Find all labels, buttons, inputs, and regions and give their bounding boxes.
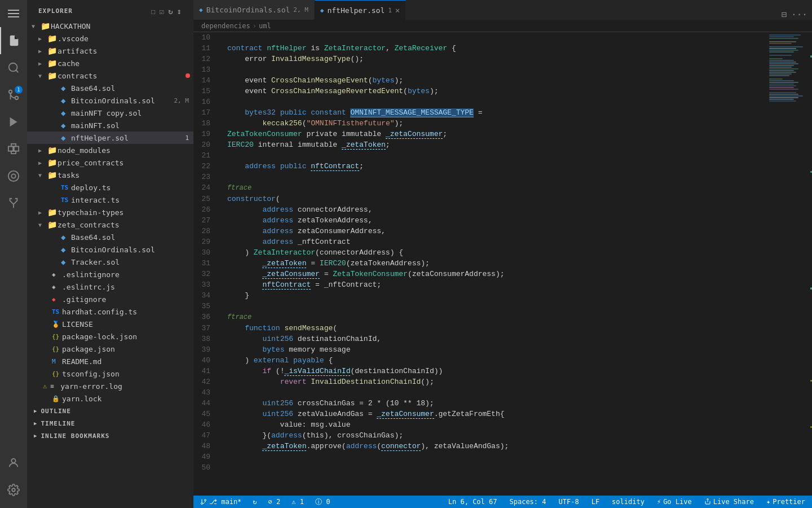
code-content[interactable]: address _nftContract	[222, 237, 767, 247]
code-content[interactable]: ftrace	[222, 312, 767, 323]
go-live-button[interactable]: ⚡ Go Live	[655, 496, 694, 508]
cache-folder[interactable]: ▶ 📁 cache	[27, 57, 193, 69]
remote-explorer-icon[interactable]	[0, 163, 27, 190]
cursor-position[interactable]: Ln 6, Col 67	[446, 496, 500, 508]
typechain-types-folder[interactable]: ▶ 📁 typechain-types	[27, 206, 193, 218]
code-content[interactable]: error InvalidMessageType();	[222, 54, 767, 64]
code-content[interactable]: event CrossChainMessageEvent(bytes);	[222, 75, 767, 86]
settings-icon[interactable]	[0, 476, 27, 503]
code-content[interactable]: ) ZetaInteractor(connectorAddress) {	[222, 247, 767, 258]
editor-content[interactable]: 10 11contract nftHelper is ZetaInteracto…	[193, 32, 812, 496]
code-content[interactable]: }	[222, 290, 767, 301]
tab-bitcoinordinals[interactable]: ◆ BitcoinOrdinals.sol 2, M	[193, 0, 315, 20]
source-control-icon[interactable]: 1	[0, 81, 27, 108]
file-yarn-lock[interactable]: 🔒 yarn.lock	[27, 392, 193, 405]
prettier-button[interactable]: ✦ Prettier	[764, 496, 807, 508]
info-status[interactable]: ⓘ 0	[313, 496, 332, 508]
code-content[interactable]: }(address(this), crossChainGas);	[222, 430, 767, 441]
file-mainnft-copy-sol[interactable]: ◆ mainNFT copy.sol	[27, 107, 193, 119]
code-content[interactable]: event CrossChainMessageRevertedEvent(byt…	[222, 86, 767, 97]
file-package-lock-json[interactable]: {} package-lock.json	[27, 330, 193, 343]
timeline-section-header[interactable]: ▶ TIMELINE	[27, 417, 193, 430]
code-content[interactable]	[222, 172, 767, 182]
code-content[interactable]: _zetaConsumer = ZetaTokenConsumer(zetaCo…	[222, 269, 767, 279]
tab-nfthelper[interactable]: ◆ nftHelper.sol 1 ✕	[315, 0, 406, 20]
file-base64-sol[interactable]: ◆ Base64.sol	[27, 82, 193, 94]
code-content[interactable]: uint256 zetaValueAndGas = _zetaConsumer.…	[222, 409, 767, 419]
code-content[interactable]: bytes memory message	[222, 344, 767, 355]
tasks-folder[interactable]: ▼ 📁 tasks	[27, 169, 193, 181]
contracts-folder[interactable]: ▼ 📁 contracts	[27, 69, 193, 82]
file-eslintignore[interactable]: ◈ .eslintignore	[27, 268, 193, 281]
code-content[interactable]: bytes32 public constant OMNINFT_MESSAGE_…	[222, 107, 767, 118]
file-tsconfig-json[interactable]: {} tsconfig.json	[27, 367, 193, 380]
search-icon[interactable]	[0, 54, 27, 81]
file-interact-ts[interactable]: TS interact.ts	[27, 194, 193, 206]
file-deploy-ts[interactable]: TS deploy.ts	[27, 181, 193, 194]
artifacts-folder[interactable]: ▶ 📁 artifacts	[27, 45, 193, 57]
collapse-icon[interactable]: ↕	[177, 7, 182, 16]
code-content[interactable]: IERC20 internal immutable _zetaToken;	[222, 139, 767, 150]
language-indicator[interactable]: solidity	[610, 496, 647, 508]
error-status[interactable]: ⊘ 2	[266, 496, 283, 508]
code-content[interactable]: constructor(	[222, 194, 767, 204]
bookmarks-section-header[interactable]: ▶ INLINE BOOKMARKS	[27, 430, 193, 442]
spaces-indicator[interactable]: Spaces: 4	[508, 496, 549, 508]
code-content[interactable]: uint256 crossChainGas = 2 * (10 ** 18);	[222, 398, 767, 409]
code-content[interactable]: keccak256("OMNINFTisthefuture");	[222, 118, 767, 129]
breadcrumb-item-deps[interactable]: dependencies	[201, 22, 250, 30]
code-content[interactable]: ) external payable {	[222, 355, 767, 366]
file-yarn-error-log[interactable]: ⚠ ≡ yarn-error.log	[27, 380, 193, 392]
file-package-json[interactable]: {} package.json	[27, 343, 193, 355]
file-eslintrc-js[interactable]: ◈ .eslintrc.js	[27, 281, 193, 293]
price-contracts-folder[interactable]: ▶ 📁 price_contracts	[27, 156, 193, 169]
explorer-icon[interactable]	[0, 27, 27, 54]
breadcrumb-item-uml[interactable]: uml	[259, 22, 271, 30]
code-content[interactable]	[222, 452, 767, 462]
eol-indicator[interactable]: LF	[589, 496, 602, 508]
code-content[interactable]: uint256 destinationChainId,	[222, 334, 767, 344]
code-content[interactable]: function sendMessage(	[222, 323, 767, 334]
code-content[interactable]	[222, 301, 767, 312]
code-content[interactable]: if (!_isValidChainId(destinationChainId)…	[222, 366, 767, 376]
file-bitcoinordinals-sol[interactable]: ◆ BitcoinOrdinals.sol 2, M	[27, 94, 193, 107]
file-nfthelper-sol[interactable]: ◆ nftHelper.sol 1	[27, 132, 193, 144]
file-readme-md[interactable]: M README.md	[27, 355, 193, 367]
account-icon[interactable]	[0, 449, 27, 476]
new-file-icon[interactable]: ☐	[151, 7, 156, 16]
new-folder-icon[interactable]: ☑	[160, 7, 165, 16]
branch-status[interactable]: ⎇ main*	[198, 496, 244, 508]
warning-status[interactable]: ⚠ 1	[289, 496, 306, 508]
code-content[interactable]: ZetaTokenConsumer private immutable _zet…	[222, 129, 767, 139]
code-content[interactable]	[222, 387, 767, 398]
outline-section-header[interactable]: ▶ OUTLINE	[27, 405, 193, 417]
file-gitignore[interactable]: ◆ .gitignore	[27, 293, 193, 305]
node-modules-folder[interactable]: ▶ 📁 node_modules	[27, 144, 193, 156]
file-tracker-sol[interactable]: ◆ Tracker.sol	[27, 256, 193, 268]
file-zeta-base64-sol[interactable]: ◆ Base64.sol	[27, 231, 193, 243]
sync-status[interactable]: ↻	[250, 496, 259, 508]
code-content[interactable]: address zetaConsumerAddress,	[222, 226, 767, 237]
code-content[interactable]: address public nftContract;	[222, 161, 767, 172]
code-content[interactable]	[222, 32, 767, 43]
extensions-icon[interactable]	[0, 135, 27, 163]
code-content[interactable]: revert InvalidDestinationChainId();	[222, 376, 767, 387]
code-content[interactable]	[222, 64, 767, 75]
file-mainnft-sol[interactable]: ◆ mainNFT.sol	[27, 119, 193, 132]
code-content[interactable]	[222, 97, 767, 107]
code-content[interactable]: nftContract = _nftContract;	[222, 279, 767, 290]
code-content[interactable]	[222, 462, 767, 473]
code-content[interactable]	[222, 150, 767, 161]
code-content[interactable]: contract nftHelper is ZetaInteractor, Ze…	[222, 43, 767, 54]
live-share-button[interactable]: Live Share	[702, 496, 756, 508]
code-content[interactable]: ftrace	[222, 182, 767, 194]
encoding-indicator[interactable]: UTF-8	[557, 496, 581, 508]
code-content[interactable]: value: msg.value	[222, 419, 767, 430]
code-content[interactable]: _zetaToken.approve(address(connector), z…	[222, 441, 767, 452]
menu-icon[interactable]	[0, 0, 27, 27]
zeta-contracts-folder[interactable]: ▼ 📁 zeta_contracts	[27, 218, 193, 231]
file-hardhat-config-ts[interactable]: TS hardhat.config.ts	[27, 305, 193, 318]
vscode-folder[interactable]: ▶ 📁 .vscode	[27, 32, 193, 45]
tab-close-button[interactable]: ✕	[395, 6, 400, 15]
code-editor[interactable]: 10 11contract nftHelper is ZetaInteracto…	[193, 32, 767, 496]
